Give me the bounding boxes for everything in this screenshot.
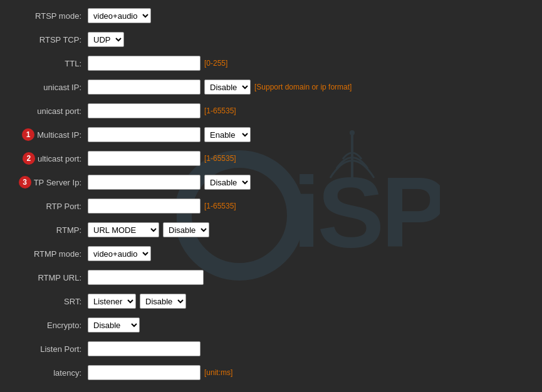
rtp-server-ip-input[interactable]: 192.168.1.123 [88,175,201,190]
multicast-ip-controls: 224.120.120.6 Enable Disable [88,127,251,142]
rtp-server-ip-controls: 192.168.1.123 Disable Enable [88,175,251,190]
rtmp-mode-select[interactable]: video+audio video only audio only [88,246,151,261]
rtp-port-controls: 6666 [1-65535] [88,199,236,214]
rtmp-url-controls: rtmp:// [88,270,204,285]
rtmp-select2[interactable]: Disable Enable [163,222,209,237]
rtp-port-row: RTP Port: 6666 [1-65535] [13,197,529,215]
ttl-input[interactable]: 16 [88,56,201,71]
srt-controls: Listener Caller Disable Enable [88,294,186,309]
unicast-ip-controls: 192.168.1.200 Disable Enable [Support do… [88,80,352,95]
rtmp-row: RTMP: URL MODE STREAM KEY Disable Enable [13,220,529,239]
rtmp-label: RTMP: [13,225,88,235]
rtmp-mode-controls: video+audio video only audio only [88,246,151,261]
multicast-ip-row: 1 Multicast IP: 224.120.120.6 Enable Dis… [13,125,529,144]
srt-row: SRT: Listener Caller Disable Enable [13,292,529,311]
unicast-ip-row: unicast IP: 192.168.1.200 Disable Enable… [13,78,529,96]
unicast-ip-input[interactable]: 192.168.1.200 [88,80,201,95]
multicast-port-label: 2 ulticast port: [13,152,88,165]
ttl-label: TTL: [13,59,88,68]
unicast-ip-hint: [Support domain or ip format] [254,83,352,91]
encrypto-controls: Disable AES-128 AES-256 [88,317,140,333]
rtsp-tcp-controls: UDP TCP [88,32,124,47]
rtmp-url-row: RTMP URL: rtmp:// [13,268,529,287]
rtsp-mode-row: RTSP mode: video+audio video only audio … [13,6,529,25]
rtp-port-input[interactable]: 6666 [88,199,201,214]
unicast-ip-label: unicast IP: [13,83,88,92]
rtp-port-hint: [1-65535] [204,202,236,210]
rtp-server-ip-label: 3 TP Server Ip: [13,176,88,188]
encrypto-label: Encrypto: [13,321,88,330]
rtsp-tcp-row: RTSP TCP: UDP TCP [13,30,529,49]
encrypto-row: Encrypto: Disable AES-128 AES-256 [13,316,529,334]
badge-rtp-server-ip: 3 [19,176,31,188]
rtsp-mode-select[interactable]: video+audio video only audio only [88,8,151,23]
ttl-hint: [0-255] [204,59,227,68]
rtsp-tcp-select[interactable]: UDP TCP [88,32,124,47]
rtmp-url-input[interactable]: rtmp:// [88,270,204,285]
latency-label: latency: [13,368,88,378]
multicast-ip-input[interactable]: 224.120.120.6 [88,127,201,142]
rtmp-mode-row: RTMP mode: video+audio video only audio … [13,244,529,263]
rtmp-mode-label: RTMP mode: [13,249,88,259]
rtsp-tcp-label: RTSP TCP: [13,35,88,44]
multicast-port-input[interactable]: 10001 [88,151,201,166]
srt-select1[interactable]: Listener Caller [88,294,136,309]
listen-port-input[interactable] [88,341,201,356]
listen-port-controls [88,341,201,356]
multicast-ip-select[interactable]: Enable Disable [204,127,251,142]
unicast-port-row: unicast port: 1234 [1-65535] [13,101,529,120]
latency-input[interactable] [88,365,201,380]
unicast-port-label: unicast port: [13,106,88,116]
latency-hint: [unit:ms] [204,368,232,377]
rtp-port-label: RTP Port: [13,202,88,211]
unicast-ip-select[interactable]: Disable Enable [204,80,251,95]
rtp-server-ip-row: 3 TP Server Ip: 192.168.1.123 Disable En… [13,173,529,192]
apply-row: Apply 4 [13,388,529,392]
rtmp-select1[interactable]: URL MODE STREAM KEY [88,222,159,237]
srt-label: SRT: [13,297,88,306]
latency-row: latency: [unit:ms] [13,363,529,382]
unicast-port-input[interactable]: 1234 [88,103,201,118]
rtsp-mode-label: RTSP mode: [13,11,88,21]
rtp-server-ip-select[interactable]: Disable Enable [204,175,251,190]
multicast-port-controls: 10001 [1-65535] [88,151,236,166]
multicast-port-row: 2 ulticast port: 10001 [1-65535] [13,149,529,168]
ttl-controls: 16 [0-255] [88,56,227,71]
rtmp-controls: URL MODE STREAM KEY Disable Enable [88,222,209,237]
multicast-ip-label: 1 Multicast IP: [13,128,88,141]
rtsp-mode-controls: video+audio video only audio only [88,8,151,23]
unicast-port-hint: [1-65535] [204,106,236,115]
latency-controls: [unit:ms] [88,365,232,380]
multicast-port-hint: [1-65535] [204,154,236,163]
unicast-port-controls: 1234 [1-65535] [88,103,236,118]
encrypto-select[interactable]: Disable AES-128 AES-256 [88,317,140,333]
form-container: RTSP mode: video+audio video only audio … [0,0,542,392]
listen-port-row: Listen Port: [13,339,529,358]
rtmp-url-label: RTMP URL: [13,273,88,282]
ttl-row: TTL: 16 [0-255] [13,54,529,73]
srt-select2[interactable]: Disable Enable [140,294,186,309]
listen-port-label: Listen Port: [13,344,88,354]
badge-multicast-ip: 1 [22,128,34,141]
badge-multicast-port: 2 [23,152,35,165]
